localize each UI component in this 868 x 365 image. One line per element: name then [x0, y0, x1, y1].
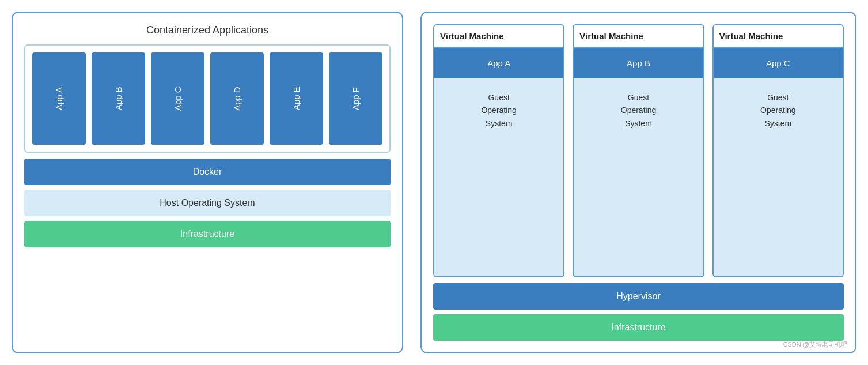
right-infra-bar: Infrastructure [433, 314, 844, 341]
vm-title-2: Virtual Machine [574, 25, 703, 48]
app-box-c: App C [151, 52, 204, 145]
vm-title-3: Virtual Machine [714, 25, 843, 48]
vm-guest-os-3: GuestOperatingSystem [714, 78, 843, 276]
vm-guest-os-2: GuestOperatingSystem [574, 78, 703, 276]
left-title: Containerized Applications [24, 24, 391, 36]
docker-bar: Docker [24, 159, 391, 185]
left-diagram: Containerized Applications App A App B A… [12, 12, 403, 353]
vm-app-3: App C [714, 48, 843, 78]
vm-title-1: Virtual Machine [434, 25, 563, 48]
vm-card-1: Virtual Machine App A GuestOperatingSyst… [433, 24, 564, 277]
vm-app-2: App B [574, 48, 703, 78]
hypervisor-bar: Hypervisor [433, 283, 844, 310]
vms-row: Virtual Machine App A GuestOperatingSyst… [433, 24, 844, 277]
vm-card-2: Virtual Machine App B GuestOperatingSyst… [573, 24, 704, 277]
app-box-e: App E [270, 52, 323, 145]
left-infra-bar: Infrastructure [24, 221, 391, 247]
diagrams-container: Containerized Applications App A App B A… [12, 12, 856, 353]
vm-app-1: App A [434, 48, 563, 78]
app-box-f: App F [329, 52, 382, 145]
right-diagram: Virtual Machine App A GuestOperatingSyst… [420, 12, 856, 353]
container-group: App A App B App C App D App E App F [24, 44, 391, 153]
vm-card-3: Virtual Machine App C GuestOperatingSyst… [712, 24, 844, 277]
vm-guest-os-1: GuestOperatingSystem [434, 78, 563, 276]
host-os-bar: Host Operating System [24, 190, 391, 216]
watermark: CSDN @艾特老司机吧 [783, 340, 847, 349]
app-box-b: App B [92, 52, 145, 145]
app-box-a: App A [32, 52, 86, 145]
app-box-d: App D [210, 52, 264, 145]
